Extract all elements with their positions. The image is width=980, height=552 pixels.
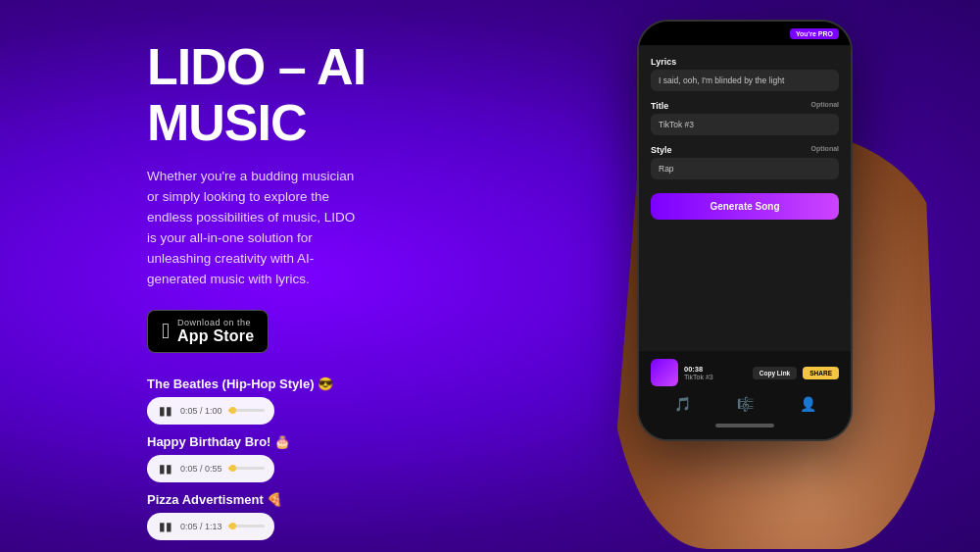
track-time-2: 0:05 / 0:55 — [180, 464, 222, 474]
tracks-list: The Beatles (Hip-Hop Style) 😎 ▮▮ 0:05 / … — [147, 376, 539, 540]
nav-icon-profile[interactable]: 👤 — [800, 396, 816, 412]
play-pause-btn-2[interactable]: ▮▮ — [157, 460, 174, 477]
style-input[interactable]: Rap — [651, 158, 839, 179]
pro-badge: You're PRO — [790, 28, 839, 39]
track-item-1: The Beatles (Hip-Hop Style) 😎 ▮▮ 0:05 / … — [147, 376, 539, 425]
track-progress-3[interactable] — [228, 525, 265, 527]
track-progress-dot-2 — [229, 465, 236, 472]
now-playing-time: 00:38 — [684, 365, 747, 374]
track-title-1: The Beatles (Hip-Hop Style) 😎 — [147, 376, 539, 391]
track-title-2: Happy Birthday Bro! 🎂 — [147, 434, 539, 449]
phone-container: You're PRO Lyrics I said, ooh, I'm blind… — [608, 20, 921, 549]
copy-link-button[interactable]: Copy Link — [753, 367, 797, 379]
nav-icon-notes[interactable]: 🎼 — [737, 396, 754, 412]
style-field: Style Optional Rap — [651, 145, 839, 179]
generate-song-button[interactable]: Generate Song — [651, 193, 839, 220]
left-content: LIDO – AI MUSIC Whether you're a budding… — [147, 39, 539, 540]
nav-icon-music[interactable]: 🎵 — [674, 396, 691, 412]
track-progress-2[interactable] — [228, 467, 265, 470]
track-time-1: 0:05 / 1:00 — [180, 406, 222, 416]
download-on-text: Download on the — [177, 318, 254, 327]
now-playing-thumbnail — [651, 359, 678, 386]
main-title: LIDO – AI MUSIC — [147, 39, 539, 151]
title-label: Title Optional — [651, 101, 839, 111]
lyrics-label: Lyrics — [651, 57, 839, 67]
now-playing-info: 00:38 TikTok #3 — [684, 365, 747, 380]
track-player-3: ▮▮ 0:05 / 1:13 — [147, 513, 274, 540]
now-playing-title: TikTok #3 — [684, 374, 747, 380]
style-optional: Optional — [811, 145, 839, 152]
title-field: Title Optional TikTok #3 — [651, 101, 839, 135]
phone-mockup: You're PRO Lyrics I said, ooh, I'm blind… — [637, 20, 853, 441]
app-store-text: Download on the App Store — [177, 318, 254, 345]
phone-bottom-nav: 🎵 🎼 👤 — [651, 392, 839, 414]
track-player-1: ▮▮ 0:05 / 1:00 — [147, 397, 274, 425]
title-optional: Optional — [811, 101, 839, 108]
app-store-button[interactable]:  Download on the App Store — [147, 310, 269, 353]
phone-screen: You're PRO Lyrics I said, ooh, I'm blind… — [639, 22, 851, 439]
play-pause-btn-3[interactable]: ▮▮ — [157, 518, 174, 535]
title-line1: LIDO – AI — [147, 38, 366, 95]
lyrics-field: Lyrics I said, ooh, I'm blinded by the l… — [651, 57, 839, 91]
lyrics-input[interactable]: I said, ooh, I'm blinded by the light — [651, 70, 839, 91]
now-playing-row: 00:38 TikTok #3 Copy Link SHARE — [651, 359, 839, 386]
home-indicator — [715, 424, 774, 427]
subtitle-text: Whether you're a budding musician or sim… — [147, 167, 363, 290]
phone-bottom-player: 00:38 TikTok #3 Copy Link SHARE 🎵 🎼 👤 — [639, 351, 851, 439]
share-button[interactable]: SHARE — [803, 367, 839, 379]
title-line2: MUSIC — [147, 94, 307, 151]
track-title-3: Pizza Advertisment 🍕 — [147, 492, 539, 507]
phone-form-area: Lyrics I said, ooh, I'm blinded by the l… — [639, 45, 851, 351]
track-progress-dot-1 — [229, 407, 236, 414]
apple-icon:  — [162, 321, 170, 342]
phone-notch — [710, 22, 779, 43]
style-label: Style Optional — [651, 145, 839, 155]
track-player-2: ▮▮ 0:05 / 0:55 — [147, 455, 274, 482]
play-pause-btn-1[interactable]: ▮▮ — [157, 402, 174, 420]
app-store-label: App Store — [177, 327, 254, 345]
track-progress-1[interactable] — [228, 409, 265, 412]
title-input[interactable]: TikTok #3 — [651, 114, 839, 135]
track-progress-dot-3 — [229, 523, 236, 529]
track-item-2: Happy Birthday Bro! 🎂 ▮▮ 0:05 / 0:55 — [147, 434, 539, 482]
track-item-3: Pizza Advertisment 🍕 ▮▮ 0:05 / 1:13 — [147, 492, 539, 540]
track-time-3: 0:05 / 1:13 — [180, 522, 222, 531]
